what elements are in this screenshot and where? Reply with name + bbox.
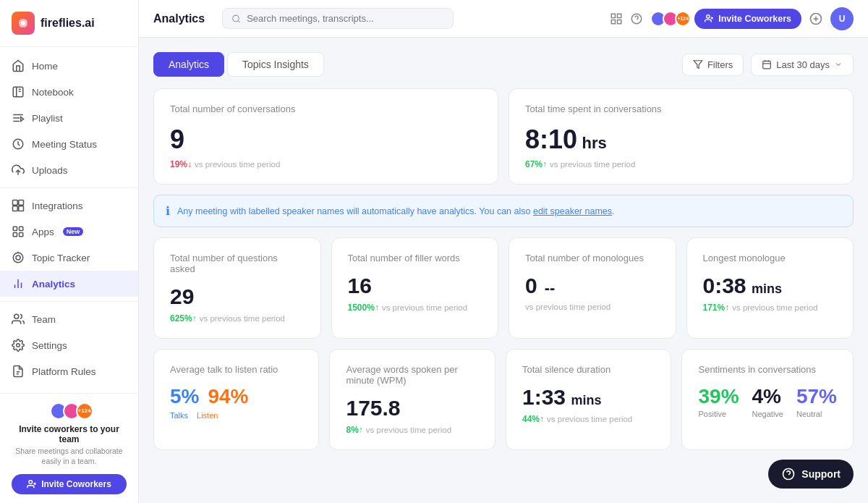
calendar-icon (762, 59, 772, 69)
playlist-icon (12, 111, 25, 124)
filter-icon (693, 59, 703, 69)
vs-text-filler: vs previous time period (382, 303, 467, 312)
grid-icon-button[interactable] (610, 12, 623, 25)
filters-button[interactable]: Filters (682, 54, 744, 76)
tab-analytics[interactable]: Analytics (153, 52, 224, 77)
search-input[interactable] (247, 13, 444, 24)
card-title-silence: Total silence duration (522, 364, 655, 375)
invite-subtitle: Share meetings and collaborate easily in… (12, 446, 127, 467)
tab-topics-insights[interactable]: Topics Insights (227, 52, 324, 77)
sidebar-item-analytics[interactable]: Analytics (0, 271, 138, 297)
card-unit-silence: mins (571, 393, 601, 407)
help-icon-button[interactable] (630, 12, 643, 25)
plus-button[interactable] (809, 12, 823, 26)
search-box[interactable] (222, 8, 454, 29)
sentiment-positive-label: Positive (698, 410, 739, 418)
support-label: Support (801, 468, 841, 480)
change-pct-silence: 44%↑ (522, 414, 544, 424)
vs-text-conversations: vs previous time period (195, 160, 280, 169)
card-total-time: Total time spent in conversations 8:10 h… (509, 88, 854, 185)
card-value-filler: 16 (348, 274, 372, 297)
invite-coworkers-label: Invite Coworkers (718, 14, 791, 24)
vs-text-monologues: vs previous time period (525, 303, 610, 311)
header: Analytics +124 Invite Coworkers (139, 0, 868, 38)
invite-icon (27, 479, 37, 489)
sidebar-item-home[interactable]: Home (0, 53, 138, 79)
team-icon (12, 313, 25, 326)
svg-marker-8 (21, 117, 24, 122)
invite-coworkers-button[interactable]: Invite Coworkers (694, 9, 801, 29)
svg-point-26 (17, 344, 20, 347)
coworker-avatar-counter: +124 (675, 11, 691, 27)
sidebar-item-meeting-status[interactable]: Meeting Status (0, 131, 138, 157)
ratio-values: 5% 94% (170, 385, 302, 408)
svg-point-0 (21, 21, 25, 25)
change-pct-wpm: 8%↑ (346, 425, 362, 435)
card-title-monologues: Total number of monologues (525, 253, 660, 263)
rules-icon (12, 365, 25, 378)
meeting-icon (12, 138, 25, 151)
filters-group: Filters Last 30 days (682, 54, 854, 76)
sidebar-item-integrations[interactable]: Integrations (0, 193, 138, 219)
sidebar-item-platform-rules[interactable]: Platform Rules (0, 358, 138, 384)
card-value-conversations: 9 (170, 124, 184, 154)
card-change-silence: 44%↑ vs previous time period (522, 414, 655, 424)
edit-speaker-link[interactable]: edit speaker names (533, 206, 612, 216)
sidebar-label-home: Home (32, 61, 58, 72)
vs-text-silence: vs previous time period (547, 415, 632, 423)
logo[interactable]: fireflies.ai (0, 0, 138, 47)
sentiment-neutral-label: Neutral (796, 410, 837, 418)
logo-text: fireflies.ai (41, 17, 95, 30)
card-title-sentiments: Sentiments in conversations (698, 364, 837, 375)
svg-point-20 (16, 255, 20, 260)
sidebar-item-team[interactable]: Team (0, 306, 138, 332)
support-button[interactable]: Support (768, 460, 854, 489)
svg-rect-15 (13, 227, 17, 230)
change-pct-questions: 625%↑ (170, 313, 197, 324)
listen-label: Listen (197, 411, 218, 420)
apps-icon (12, 225, 25, 238)
filter-label: Filters (707, 59, 733, 70)
card-change-longest: 171%↑ vs previous time period (703, 303, 838, 313)
support-icon (781, 467, 796, 481)
home-icon (12, 59, 25, 72)
sidebar-label-analytics: Analytics (32, 279, 75, 289)
sidebar-item-topic-tracker[interactable]: Topic Tracker (0, 245, 138, 271)
svg-rect-17 (13, 233, 17, 237)
sidebar-nav: Home Notebook Playlist Meeting Status Up… (0, 47, 138, 393)
card-unit-longest: mins (752, 282, 782, 296)
sidebar-item-settings[interactable]: Settings (0, 332, 138, 358)
sidebar-label-meeting: Meeting Status (32, 139, 97, 150)
svg-rect-14 (19, 206, 24, 211)
sidebar-label-playlist: Playlist (32, 113, 63, 124)
sidebar-label-platform-rules: Platform Rules (32, 366, 96, 377)
change-pct-longest: 171%↑ (703, 303, 730, 313)
cards-row-1: Total number of conversations 9 19%↓ vs … (153, 88, 854, 185)
card-talk-ratio: Average talk to listen ratio 5% 94% Talk… (153, 349, 319, 450)
notebook-icon (12, 85, 25, 98)
sidebar-invite-section: +124 Invite coworkers to your team Share… (0, 393, 138, 503)
date-range-button[interactable]: Last 30 days (751, 54, 854, 76)
card-wpm: Average words spoken per minute (WPM) 17… (329, 349, 495, 450)
sidebar-invite-button[interactable]: Invite Coworkers (12, 474, 127, 494)
content-area: Analytics Topics Insights Filters Last 3… (139, 38, 868, 503)
search-icon (231, 14, 241, 24)
sidebar-item-notebook[interactable]: Notebook (0, 79, 138, 105)
card-change-conversations: 19%↓ vs previous time period (170, 159, 482, 169)
svg-point-32 (233, 15, 239, 22)
vs-text-time: vs previous time period (550, 160, 635, 169)
sidebar-item-uploads[interactable]: Uploads (0, 157, 138, 183)
sidebar-item-apps[interactable]: Apps New (0, 219, 138, 245)
svg-rect-36 (612, 20, 616, 23)
upload-icon (12, 164, 25, 177)
sidebar-label-settings: Settings (32, 340, 67, 351)
user-avatar[interactable]: U (830, 7, 854, 30)
sidebar-label-notebook: Notebook (32, 87, 74, 98)
chevron-down-icon (834, 60, 843, 69)
sidebar-item-playlist[interactable]: Playlist (0, 105, 138, 131)
ratio-labels: Talks Listen (170, 411, 302, 420)
info-text: Any meeting with labelled speaker names … (177, 206, 615, 216)
vs-text-wpm: vs previous time period (366, 426, 451, 434)
card-title-wpm: Average words spoken per minute (WPM) (346, 364, 479, 386)
help-icon (630, 12, 643, 25)
